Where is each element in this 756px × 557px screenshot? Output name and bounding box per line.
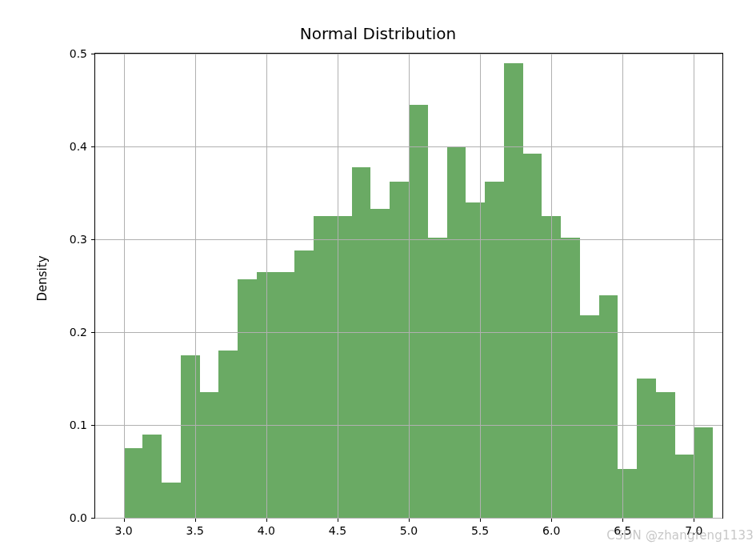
- y-tick-label: 0.3: [70, 233, 87, 246]
- histogram-bar: [314, 216, 333, 518]
- y-tick-label: 0.0: [70, 511, 87, 524]
- histogram-bar: [428, 238, 447, 518]
- histogram-bar: [694, 427, 713, 518]
- y-tick: [91, 146, 95, 147]
- y-tick-label: 0.1: [70, 419, 87, 431]
- y-tick: [91, 332, 95, 333]
- grid-horizontal: [95, 239, 722, 240]
- grid-vertical: [124, 54, 125, 518]
- y-tick: [91, 425, 95, 426]
- x-tick-label: 4.0: [258, 524, 275, 537]
- histogram-bar: [162, 483, 181, 518]
- histogram-bar: [294, 250, 314, 518]
- grid-horizontal: [95, 146, 722, 147]
- y-tick: [91, 518, 95, 519]
- x-tick-label: 3.0: [114, 524, 132, 537]
- histogram-bar: [370, 209, 390, 518]
- histogram-bar: [181, 355, 200, 518]
- histogram-bar: [390, 182, 409, 518]
- histogram-bar: [523, 154, 542, 518]
- grid-horizontal: [95, 332, 722, 333]
- histogram-bar: [599, 295, 618, 518]
- grid-vertical: [266, 54, 267, 518]
- histogram-bar: [675, 455, 694, 518]
- histogram-bar: [580, 315, 599, 518]
- histogram-bar: [618, 469, 637, 518]
- histogram-bar: [504, 63, 523, 518]
- histogram-bar: [218, 351, 238, 518]
- x-tick-label: 5.5: [471, 524, 489, 537]
- watermark-text: CSDN @zhangfeng1133: [606, 528, 754, 543]
- grid-vertical: [480, 54, 481, 518]
- histogram-bar: [238, 279, 257, 518]
- histogram-bar: [409, 105, 428, 518]
- grid-vertical: [409, 54, 410, 518]
- y-tick-label: 0.4: [70, 140, 87, 153]
- x-tick-label: 5.0: [400, 524, 418, 537]
- grid-horizontal: [95, 518, 722, 519]
- histogram-bar: [124, 448, 143, 518]
- grid-vertical: [622, 54, 623, 518]
- grid-vertical: [338, 54, 338, 518]
- histogram-bar: [656, 392, 675, 518]
- histogram-bar: [142, 435, 162, 518]
- y-axis-label: Density: [35, 255, 50, 301]
- y-tick: [91, 54, 95, 54]
- histogram-bar: [637, 379, 656, 518]
- grid-vertical: [195, 54, 196, 518]
- chart-title: Normal Distribution: [0, 24, 756, 43]
- x-tick-label: 4.5: [329, 524, 346, 537]
- plot-area: 3.03.54.04.55.05.56.06.57.00.00.10.20.30…: [94, 53, 723, 519]
- grid-vertical: [694, 54, 694, 518]
- histogram-bar: [485, 182, 504, 518]
- histogram-bar: [466, 202, 485, 518]
- y-tick-label: 0.5: [70, 47, 87, 60]
- histogram-bar: [200, 392, 219, 518]
- grid-horizontal: [95, 54, 722, 54]
- x-tick-label: 3.5: [186, 524, 204, 537]
- histogram-bar: [276, 272, 295, 518]
- grid-vertical: [551, 54, 552, 518]
- grid-horizontal: [95, 425, 722, 426]
- histogram-bar: [561, 238, 580, 518]
- y-tick: [91, 239, 95, 240]
- y-tick-label: 0.2: [70, 326, 87, 339]
- histogram-bar: [352, 167, 371, 518]
- x-tick-label: 6.0: [542, 524, 560, 537]
- histogram-bar: [333, 216, 352, 518]
- chart-container: Normal Distribution Density 3.03.54.04.5…: [0, 0, 756, 557]
